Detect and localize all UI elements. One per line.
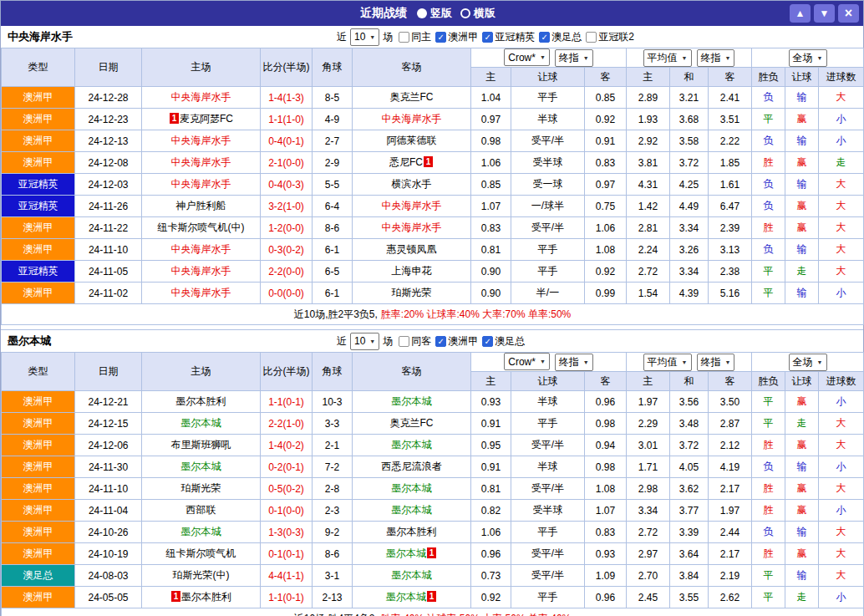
odds-time-select[interactable]: 终指▼ xyxy=(555,49,593,67)
scope-select[interactable]: 全场▼ xyxy=(789,354,827,371)
home-team-cell: 中央海岸水手 xyxy=(142,130,261,152)
away-team-name[interactable]: 墨尔本胜利 xyxy=(387,526,437,537)
avg-draw: 3.58 xyxy=(670,130,709,152)
panel-title: 近期战绩 xyxy=(360,6,407,21)
away-team-name[interactable]: 阿德莱德联 xyxy=(387,135,437,146)
away-team-name[interactable]: 奥克兰FC xyxy=(390,91,434,103)
home-team-name[interactable]: 中央海岸水手 xyxy=(171,178,231,190)
filter-checkbox-0-2[interactable]: ✓亚冠精英 xyxy=(482,30,535,44)
away-team-name[interactable]: 墨尔本城 xyxy=(386,547,426,559)
odds-handicap: 受半球 xyxy=(511,500,585,522)
odds-time-select[interactable]: 终指▼ xyxy=(555,354,593,371)
away-team-cell: 奥克兰FC xyxy=(353,87,471,109)
away-team-name[interactable]: 惠灵顿凤凰 xyxy=(387,243,437,255)
result-handicap: 赢 xyxy=(785,435,819,456)
match-count-select[interactable]: 10▼ xyxy=(350,333,379,350)
league-badge: 澳洲甲 xyxy=(2,239,75,261)
filter-checkbox-0-0[interactable]: 同主 xyxy=(399,30,431,44)
filter-checkbox-0-3[interactable]: ✓澳足总 xyxy=(539,30,582,44)
home-team-name[interactable]: 墨尔本城 xyxy=(181,461,221,472)
away-team-name[interactable]: 墨尔本城 xyxy=(392,482,432,494)
away-team-name[interactable]: 中央海岸水手 xyxy=(382,221,442,233)
home-team-name[interactable]: 布里斯班狮吼 xyxy=(171,439,231,451)
away-team-name[interactable]: 墨尔本城 xyxy=(392,439,432,451)
away-team-name[interactable]: 墨尔本城 xyxy=(392,504,432,516)
odds-handicap: 半球 xyxy=(511,456,585,478)
home-team-cell: 1墨尔本胜利 xyxy=(142,587,261,608)
summary-rates: 胜率:20% 让球率:40% 大率:70% 单率:50% xyxy=(381,308,571,320)
result-win-loss: 胜 xyxy=(752,217,785,239)
away-team-name[interactable]: 墨尔本城 xyxy=(392,395,432,407)
home-team-name[interactable]: 西部联 xyxy=(186,504,216,516)
home-team-name[interactable]: 中央海岸水手 xyxy=(171,243,231,255)
filter-checkbox-0-1[interactable]: ✓澳洲甲 xyxy=(435,30,478,44)
home-team-name[interactable]: 纽卡斯尔喷气机(中) xyxy=(158,221,245,233)
sections-container: 中央海岸水手近10▼场同主✓澳洲甲✓亚冠精英✓澳足总亚冠联2类型日期主场比分(半… xyxy=(1,26,863,616)
home-team-name[interactable]: 中央海岸水手 xyxy=(171,265,231,277)
match-row: 澳洲甲24-11-10中央海岸水手0-3(0-2)6-1惠灵顿凤凰0.81平手1… xyxy=(2,239,864,261)
avg-draw: 4.25 xyxy=(670,174,709,196)
radio-vertical-layout[interactable]: 竖版 xyxy=(417,6,452,21)
away-team-name[interactable]: 横滨水手 xyxy=(392,178,432,190)
avg-home: 2.24 xyxy=(627,239,670,261)
away-team-name[interactable]: 墨尔本城 xyxy=(392,569,432,581)
filter-checkbox-0-4[interactable]: 亚冠联2 xyxy=(586,30,634,44)
away-team-cell: 珀斯光荣 xyxy=(353,283,471,304)
bookmaker-select[interactable]: Crow*▼ xyxy=(504,353,550,370)
score-cell: 4-4(1-1) xyxy=(261,565,313,587)
home-team-name[interactable]: 中央海岸水手 xyxy=(171,135,231,146)
home-team-cell: 中央海岸水手 xyxy=(142,87,261,109)
home-team-name[interactable]: 中央海岸水手 xyxy=(171,287,231,298)
team-name-title: 墨尔本城 xyxy=(1,333,51,349)
column-header: 比分(半场) xyxy=(261,353,313,391)
home-team-name[interactable]: 中央海岸水手 xyxy=(171,156,231,168)
home-team-name[interactable]: 墨尔本胜利 xyxy=(176,395,226,407)
home-team-name[interactable]: 墨尔本城 xyxy=(181,526,221,537)
away-team-name[interactable]: 中央海岸水手 xyxy=(382,200,442,211)
home-team-name[interactable]: 珀斯光荣(中) xyxy=(173,569,230,581)
filter-checkbox-1-1[interactable]: ✓澳洲甲 xyxy=(435,334,478,349)
avg-draw: 3.21 xyxy=(670,87,709,109)
average-select[interactable]: 平均值▼ xyxy=(643,49,692,67)
result-handicap: 输 xyxy=(785,174,819,196)
move-down-button[interactable]: ▼ xyxy=(814,4,835,23)
score-cell: 2-1(0-0) xyxy=(261,152,313,174)
red-card-badge: 1 xyxy=(427,591,436,602)
home-team-name[interactable]: 中央海岸水手 xyxy=(171,91,231,103)
corner-cell: 6-4 xyxy=(313,196,353,217)
away-team-name[interactable]: 奥克兰FC xyxy=(390,417,434,429)
result-win-loss: 胜 xyxy=(752,435,785,456)
home-team-name[interactable]: 纽卡斯尔喷气机 xyxy=(166,547,236,559)
away-team-name[interactable]: 上海申花 xyxy=(392,265,432,277)
filter-checkbox-1-0[interactable]: 同客 xyxy=(399,334,431,349)
radio-horizontal-layout[interactable]: 横版 xyxy=(460,6,496,21)
average-time-select[interactable]: 终指▼ xyxy=(697,354,735,371)
team-name-title: 中央海岸水手 xyxy=(1,29,73,44)
away-team-name[interactable]: 墨尔本城 xyxy=(386,591,426,603)
column-header: 客场 xyxy=(353,48,471,87)
average-select[interactable]: 平均值▼ xyxy=(643,354,692,371)
filter-checkbox-1-2[interactable]: ✓澳足总 xyxy=(482,334,525,349)
home-team-name[interactable]: 墨尔本城 xyxy=(181,417,221,429)
move-up-button[interactable]: ▲ xyxy=(790,4,811,23)
match-count-select[interactable]: 10▼ xyxy=(350,28,379,46)
chevron-down-icon: ▼ xyxy=(725,359,731,365)
odds-away: 0.96 xyxy=(585,391,627,413)
home-team-name[interactable]: 神户胜利船 xyxy=(176,200,226,211)
away-team-name[interactable]: 悉尼FC xyxy=(389,156,423,168)
average-time-select[interactable]: 终指▼ xyxy=(697,49,735,67)
home-team-name[interactable]: 麦克阿瑟FC xyxy=(180,113,233,125)
filter-checkbox-label: 同客 xyxy=(411,334,431,349)
home-team-name[interactable]: 珀斯光荣 xyxy=(181,482,221,494)
away-team-name[interactable]: 西悉尼流浪者 xyxy=(382,461,442,472)
home-team-name[interactable]: 墨尔本胜利 xyxy=(181,591,231,603)
match-date: 24-11-04 xyxy=(75,500,142,522)
close-button[interactable]: × xyxy=(838,4,859,23)
away-team-name[interactable]: 珀斯光荣 xyxy=(392,287,432,298)
result-handicap: 赢 xyxy=(785,109,819,130)
summary-row: 近10场,胜2平3负5,胜率:20% 让球率:40% 大率:70% 单率:50% xyxy=(2,304,864,325)
score-cell: 1-1(1-0) xyxy=(261,109,313,130)
bookmaker-select[interactable]: Crow*▼ xyxy=(504,48,550,66)
scope-select[interactable]: 全场▼ xyxy=(789,49,827,67)
away-team-name[interactable]: 中央海岸水手 xyxy=(382,113,442,125)
